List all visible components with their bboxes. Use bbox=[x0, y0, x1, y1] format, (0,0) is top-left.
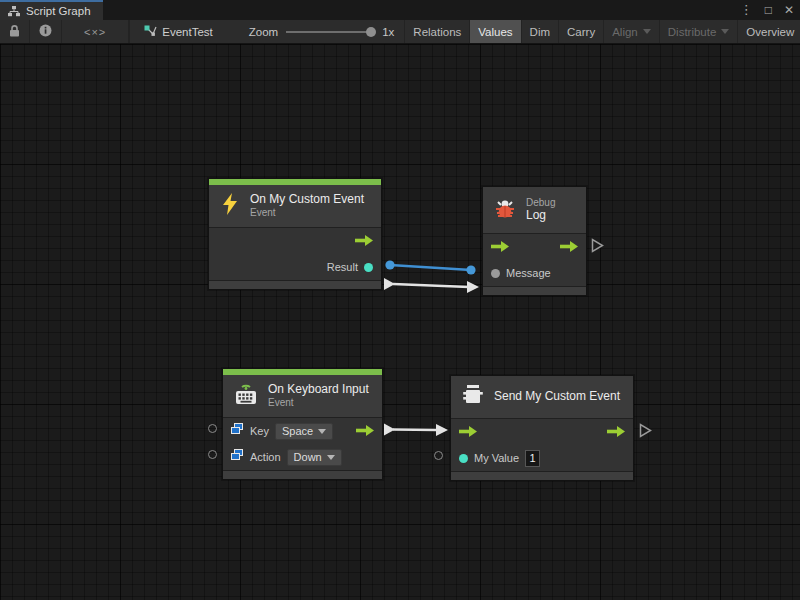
port-label: My Value bbox=[474, 452, 519, 464]
flow-continue-triangle-icon[interactable] bbox=[639, 423, 652, 442]
carry-button[interactable]: Carry bbox=[559, 20, 604, 43]
keyboard-icon bbox=[233, 381, 259, 411]
flow-wire-start-arrow bbox=[384, 424, 395, 436]
overview-label: Overview bbox=[746, 26, 794, 38]
port-row-result: Result bbox=[209, 254, 381, 280]
node-title: On My Custom Event bbox=[250, 193, 364, 207]
zoom-slider[interactable] bbox=[286, 31, 374, 33]
flow-output-port[interactable] bbox=[607, 423, 625, 441]
node-header[interactable]: On Keyboard Input Event bbox=[223, 375, 382, 417]
port-row-message: Message bbox=[483, 260, 586, 286]
info-icon bbox=[39, 24, 52, 39]
overview-button[interactable]: Overview bbox=[738, 20, 800, 43]
key-dropdown[interactable]: Space bbox=[275, 423, 333, 440]
node-on-my-custom-event[interactable]: On My Custom Event Event Result bbox=[208, 178, 382, 290]
flow-continue-triangle-icon[interactable] bbox=[591, 238, 604, 257]
graph-reference[interactable]: EventTest bbox=[129, 20, 223, 43]
flow-output-port[interactable] bbox=[355, 232, 373, 250]
lock-button[interactable] bbox=[0, 20, 30, 43]
flow-input-port[interactable] bbox=[491, 238, 509, 256]
value-wire-end-dot bbox=[466, 265, 475, 274]
graph-canvas[interactable]: On My Custom Event Event Result bbox=[0, 44, 800, 600]
flow-wire-end-arrow bbox=[436, 424, 448, 436]
align-label: Align bbox=[612, 26, 638, 38]
align-dropdown-button[interactable]: Align bbox=[604, 20, 660, 43]
node-send-my-custom-event[interactable]: Send My Custom Event My Value 1 bbox=[450, 375, 634, 481]
values-button[interactable]: Values bbox=[470, 20, 521, 43]
values-label: Values bbox=[478, 26, 512, 38]
node-header[interactable]: Send My Custom Event bbox=[451, 376, 633, 418]
value-input-port[interactable] bbox=[491, 269, 500, 278]
graph-asset-icon bbox=[144, 25, 157, 39]
node-title: Send My Custom Event bbox=[494, 390, 620, 404]
enum-type-icon bbox=[231, 422, 244, 440]
node-body: Key Space Action bbox=[223, 417, 382, 470]
distribute-dropdown-button[interactable]: Distribute bbox=[660, 20, 739, 43]
code-icon: <×> bbox=[84, 26, 106, 38]
unconnected-port-ring[interactable] bbox=[208, 424, 217, 433]
flow-wire-start-arrow bbox=[384, 278, 395, 290]
unconnected-port-ring[interactable] bbox=[434, 451, 443, 460]
close-icon[interactable]: ✕ bbox=[784, 0, 794, 20]
port-label: Key bbox=[250, 425, 269, 437]
connection-wires bbox=[0, 44, 800, 600]
flow-wire bbox=[393, 430, 437, 431]
node-title: Log bbox=[526, 209, 555, 223]
dropdown-caret-icon bbox=[327, 455, 335, 460]
node-subtitle: Event bbox=[250, 207, 364, 219]
node-footer bbox=[209, 280, 381, 289]
port-label: Message bbox=[506, 267, 551, 279]
node-debug-log[interactable]: Debug Log Message bbox=[482, 186, 587, 296]
node-footer bbox=[223, 470, 382, 479]
zoom-level: 1x bbox=[382, 26, 394, 38]
value-output-port[interactable] bbox=[364, 263, 373, 272]
flow-wire bbox=[393, 284, 469, 287]
tab-script-graph[interactable]: Script Graph bbox=[0, 0, 103, 20]
port-row-flow-out bbox=[209, 228, 381, 254]
port-label: Result bbox=[327, 261, 358, 273]
toolbar-right-group: Relations Values Dim Carry Align Distrib… bbox=[404, 20, 800, 43]
zoom-control: Zoom 1x bbox=[223, 20, 405, 43]
relations-button[interactable]: Relations bbox=[405, 20, 470, 43]
node-body: Result bbox=[209, 227, 381, 280]
tab-label: Script Graph bbox=[26, 5, 91, 17]
zoom-slider-knob[interactable] bbox=[366, 27, 376, 37]
node-header[interactable]: Debug Log bbox=[483, 187, 586, 233]
flow-output-port[interactable] bbox=[356, 422, 374, 440]
dim-button[interactable]: Dim bbox=[522, 20, 559, 43]
port-label: Action bbox=[250, 451, 281, 463]
info-button[interactable] bbox=[30, 20, 62, 43]
maximize-icon[interactable]: □ bbox=[765, 0, 772, 20]
value-input-port[interactable] bbox=[459, 454, 468, 463]
node-footer bbox=[483, 286, 586, 295]
dim-label: Dim bbox=[530, 26, 550, 38]
action-dropdown-value: Down bbox=[294, 451, 322, 463]
relations-label: Relations bbox=[413, 26, 461, 38]
node-subtitle: Event bbox=[268, 397, 369, 409]
carry-label: Carry bbox=[567, 26, 595, 38]
node-body: Message bbox=[483, 233, 586, 286]
code-view-button[interactable]: <×> bbox=[62, 20, 129, 43]
action-dropdown[interactable]: Down bbox=[287, 449, 342, 466]
window-controls: ⋮ □ ✕ bbox=[740, 0, 794, 20]
node-header[interactable]: On My Custom Event Event bbox=[209, 185, 381, 227]
value-wire bbox=[390, 265, 471, 270]
chevron-down-icon bbox=[721, 29, 729, 34]
my-value-input[interactable]: 1 bbox=[525, 450, 540, 467]
port-row-action: Action Down bbox=[223, 444, 382, 470]
toolbar-left-group: <×> bbox=[0, 20, 129, 43]
unconnected-port-ring[interactable] bbox=[208, 450, 217, 459]
node-on-keyboard-input[interactable]: On Keyboard Input Event Key Space bbox=[222, 368, 383, 480]
value-wire-start-dot bbox=[385, 260, 394, 269]
tab-bar: Script Graph ⋮ □ ✕ bbox=[0, 0, 800, 20]
enum-type-icon bbox=[231, 448, 244, 466]
zoom-label: Zoom bbox=[249, 26, 278, 38]
flow-input-port[interactable] bbox=[459, 423, 477, 441]
dropdown-caret-icon bbox=[318, 429, 326, 434]
lock-icon bbox=[9, 25, 20, 39]
window-menu-icon[interactable]: ⋮ bbox=[740, 0, 753, 20]
node-body: My Value 1 bbox=[451, 418, 633, 471]
node-footer bbox=[451, 471, 633, 480]
flow-output-port[interactable] bbox=[560, 238, 578, 256]
key-dropdown-value: Space bbox=[282, 425, 313, 437]
